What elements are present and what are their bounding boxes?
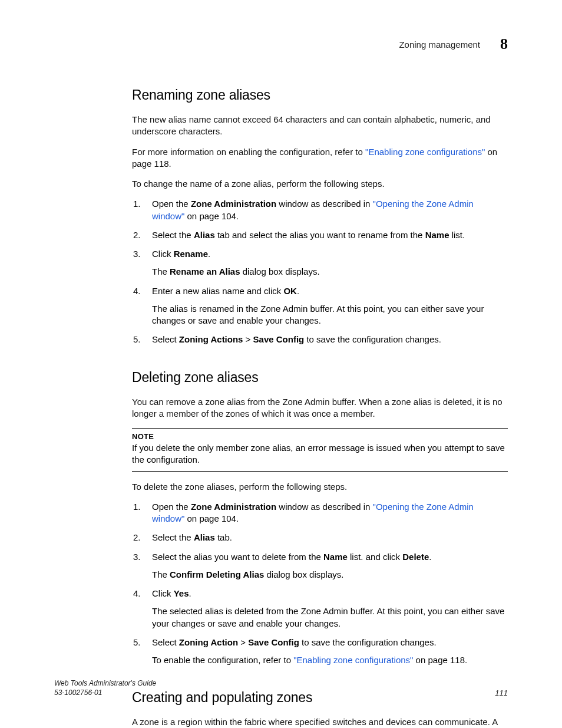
step: Select Zoning Actions > Save Config to s… [132,334,508,353]
ui-label: Rename an Alias [170,266,240,276]
text: Select the alias you want to delete from… [152,552,323,562]
text: Open the [152,199,191,209]
step: Click Rename. The Rename an Alias dialog… [132,248,508,285]
link-enabling-zone-configurations[interactable]: "Enabling zone configurations" [293,655,413,665]
step: Select the Alias tab and select the alia… [132,229,508,248]
text: . [189,588,191,598]
text: The [152,266,170,276]
text: Click [152,249,174,259]
step-sub: The selected alias is deleted from the Z… [152,605,508,630]
heading-renaming: Renaming zone aliases [132,87,508,103]
text: Select [152,637,179,647]
step-sub: To enable the configuration, refer to "E… [152,654,508,666]
paragraph: For more information on enabling the con… [132,146,508,170]
text: . [429,552,431,562]
footer-doc-title: Web Tools Administrator's Guide [54,679,156,687]
text: The [152,569,170,579]
text: Enter a new alias name and click [152,286,283,296]
heading-deleting: Deleting zone aliases [132,370,508,386]
step-sub: The Rename an Alias dialog box displays. [152,266,508,278]
text: Select the [152,532,194,542]
ui-label: Rename [174,249,208,259]
note-label: NOTE [132,432,508,441]
step: Click Yes. The selected alias is deleted… [132,588,508,637]
step-sub: The alias is renamed in the Zone Admin b… [152,303,508,327]
step: Open the Zone Administration window as d… [132,198,508,229]
text: Open the [152,502,191,512]
footer-doc-info: Web Tools Administrator's Guide 53-10027… [54,678,156,697]
steps-renaming: Open the Zone Administration window as d… [132,198,508,353]
chapter-number: 8 [500,35,508,53]
section-renaming: Renaming zone aliases The new alias name… [132,87,508,353]
ui-label: Alias [194,532,215,542]
section-deleting: Deleting zone aliases You can remove a z… [132,370,508,674]
footer-doc-id: 53-1002756-01 [54,689,102,697]
paragraph: You can remove a zone alias from the Zon… [132,396,508,420]
ui-label: Name [323,552,348,562]
ui-label: Zone Administration [191,502,276,512]
ui-label: Confirm Deleting Alias [170,569,264,579]
page-footer: Web Tools Administrator's Guide 53-10027… [54,678,508,697]
ui-label: Name [425,230,449,240]
text: on page 104. [184,513,239,523]
text: Click [152,588,174,598]
ui-label: Zoning Action [179,637,238,647]
link-enabling-zone-configurations[interactable]: "Enabling zone configurations" [365,147,485,157]
text: list. and click [348,552,402,562]
steps-deleting: Open the Zone Administration window as d… [132,501,508,674]
ui-label: Save Config [253,334,305,344]
text: dialog box displays. [264,569,343,579]
ui-label: OK [283,286,297,296]
text: > [243,334,253,344]
text: window as described in [276,199,372,209]
page: Zoning management 8 Renaming zone aliase… [0,0,562,728]
text: to save the configuration changes. [299,637,437,647]
page-number: 111 [495,689,508,697]
text: list. [449,230,465,240]
ui-label: Save Config [248,637,299,647]
running-head-text: Zoning management [399,39,480,50]
step: Enter a new alias name and click OK. The… [132,285,508,334]
text: tab. [215,532,232,542]
step: Select the Alias tab. [132,532,508,551]
paragraph: The new alias name cannot exceed 64 char… [132,114,508,138]
text: To enable the configuration, refer to [152,655,293,665]
ui-label: Alias [194,230,215,240]
text: Select the [152,230,194,240]
text: dialog box displays. [240,266,320,276]
running-head: Zoning management 8 [132,35,508,53]
ui-label: Delete [402,552,429,562]
paragraph: To change the name of a zone alias, perf… [132,178,508,190]
text: Select [152,334,179,344]
text: tab and select the alias you want to ren… [215,230,425,240]
ui-label: Zoning Actions [179,334,243,344]
ui-label: Zone Administration [191,199,276,209]
text: . [297,286,299,296]
text: For more information on enabling the con… [132,147,365,157]
text: > [238,637,248,647]
paragraph: A zone is a region within the fabric whe… [132,716,508,728]
note-body: If you delete the only member zone alias… [132,443,505,465]
step-sub: The Confirm Deleting Alias dialog box di… [152,569,508,581]
step: Select the alias you want to delete from… [132,551,508,588]
step: Select Zoning Action > Save Config to sa… [132,637,508,674]
ui-label: Yes [174,588,189,598]
text: window as described in [276,502,372,512]
text: on page 118. [413,655,467,665]
step: Open the Zone Administration window as d… [132,501,508,532]
text: . [208,249,210,259]
note-box: NOTE If you delete the only member zone … [132,428,508,472]
paragraph: To delete the zone aliases, perform the … [132,481,508,493]
text: on page 104. [184,211,239,221]
text: to save the configuration changes. [304,334,441,344]
